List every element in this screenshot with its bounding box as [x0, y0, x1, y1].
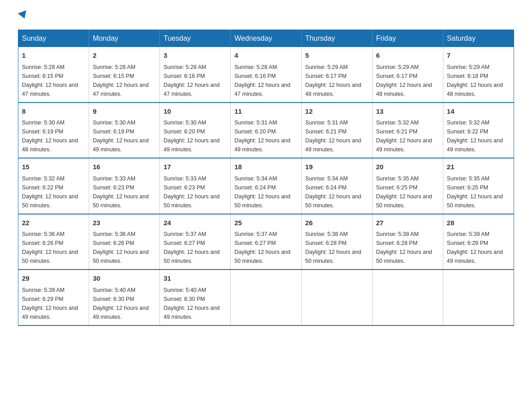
day-info: Sunrise: 5:35 AMSunset: 6:25 PMDaylight:… [376, 176, 432, 209]
day-number: 29 [22, 274, 85, 284]
weekday-friday: Friday [372, 30, 443, 47]
calendar-cell: 22 Sunrise: 5:36 AMSunset: 6:26 PMDaylig… [18, 214, 89, 270]
day-info: Sunrise: 5:31 AMSunset: 6:20 PMDaylight:… [234, 120, 290, 153]
day-info: Sunrise: 5:38 AMSunset: 6:28 PMDaylight:… [305, 231, 361, 264]
day-number: 27 [376, 218, 439, 228]
calendar-cell: 31 Sunrise: 5:40 AMSunset: 6:30 PMDaylig… [160, 270, 231, 325]
day-number: 15 [22, 162, 85, 172]
logo-triangle-icon [18, 10, 29, 20]
calendar-cell [372, 270, 443, 325]
day-number: 30 [93, 274, 156, 284]
day-number: 18 [234, 162, 297, 172]
day-info: Sunrise: 5:31 AMSunset: 6:21 PMDaylight:… [305, 120, 361, 153]
day-info: Sunrise: 5:28 AMSunset: 6:15 PMDaylight:… [93, 64, 149, 97]
day-number: 16 [93, 162, 156, 172]
day-info: Sunrise: 5:36 AMSunset: 6:26 PMDaylight:… [22, 231, 78, 264]
day-number: 7 [447, 51, 510, 61]
calendar-cell: 28 Sunrise: 5:39 AMSunset: 6:29 PMDaylig… [443, 214, 514, 270]
day-info: Sunrise: 5:28 AMSunset: 6:15 PMDaylight:… [22, 64, 78, 97]
calendar-cell: 15 Sunrise: 5:32 AMSunset: 6:22 PMDaylig… [18, 158, 89, 214]
day-info: Sunrise: 5:40 AMSunset: 6:30 PMDaylight:… [163, 287, 219, 320]
day-info: Sunrise: 5:39 AMSunset: 6:29 PMDaylight:… [22, 287, 78, 320]
calendar-cell: 25 Sunrise: 5:37 AMSunset: 6:27 PMDaylig… [231, 214, 301, 270]
day-number: 1 [22, 51, 85, 61]
day-info: Sunrise: 5:32 AMSunset: 6:22 PMDaylight:… [447, 120, 503, 153]
calendar-cell: 2 Sunrise: 5:28 AMSunset: 6:15 PMDayligh… [89, 47, 160, 103]
calendar-cell: 27 Sunrise: 5:38 AMSunset: 6:28 PMDaylig… [372, 214, 443, 270]
day-number: 24 [163, 218, 227, 228]
calendar-cell [443, 270, 514, 325]
day-number: 12 [305, 107, 369, 117]
calendar-body: 1 Sunrise: 5:28 AMSunset: 6:15 PMDayligh… [18, 47, 514, 325]
day-info: Sunrise: 5:36 AMSunset: 6:26 PMDaylight:… [93, 231, 149, 264]
calendar-cell: 4 Sunrise: 5:28 AMSunset: 6:16 PMDayligh… [231, 47, 301, 103]
day-info: Sunrise: 5:33 AMSunset: 6:23 PMDaylight:… [93, 176, 149, 209]
day-info: Sunrise: 5:32 AMSunset: 6:22 PMDaylight:… [22, 176, 78, 209]
day-number: 5 [305, 51, 369, 61]
day-number: 31 [163, 274, 227, 284]
calendar-cell: 13 Sunrise: 5:32 AMSunset: 6:21 PMDaylig… [372, 103, 443, 158]
day-info: Sunrise: 5:40 AMSunset: 6:30 PMDaylight:… [93, 287, 149, 320]
page-header [18, 13, 514, 21]
day-number: 23 [93, 218, 156, 228]
calendar-cell: 11 Sunrise: 5:31 AMSunset: 6:20 PMDaylig… [231, 103, 301, 158]
day-number: 28 [447, 218, 510, 228]
day-info: Sunrise: 5:30 AMSunset: 6:19 PMDaylight:… [93, 120, 149, 153]
day-info: Sunrise: 5:33 AMSunset: 6:23 PMDaylight:… [163, 176, 219, 209]
calendar-cell: 20 Sunrise: 5:35 AMSunset: 6:25 PMDaylig… [372, 158, 443, 214]
day-info: Sunrise: 5:29 AMSunset: 6:18 PMDaylight:… [447, 64, 503, 97]
day-number: 17 [163, 162, 227, 172]
day-number: 20 [376, 162, 439, 172]
day-info: Sunrise: 5:35 AMSunset: 6:25 PMDaylight:… [447, 176, 503, 209]
calendar-cell: 9 Sunrise: 5:30 AMSunset: 6:19 PMDayligh… [89, 103, 160, 158]
day-number: 19 [305, 162, 369, 172]
calendar-cell: 6 Sunrise: 5:29 AMSunset: 6:17 PMDayligh… [372, 47, 443, 103]
day-number: 13 [376, 107, 439, 117]
week-row-1: 1 Sunrise: 5:28 AMSunset: 6:15 PMDayligh… [18, 47, 514, 103]
weekday-sunday: Sunday [18, 30, 89, 47]
calendar-cell: 7 Sunrise: 5:29 AMSunset: 6:18 PMDayligh… [443, 47, 514, 103]
weekday-saturday: Saturday [443, 30, 514, 47]
day-info: Sunrise: 5:30 AMSunset: 6:20 PMDaylight:… [163, 120, 219, 153]
calendar-cell [301, 270, 372, 325]
calendar-cell: 18 Sunrise: 5:34 AMSunset: 6:24 PMDaylig… [231, 158, 301, 214]
weekday-tuesday: Tuesday [160, 30, 231, 47]
day-number: 10 [163, 107, 227, 117]
logo [18, 13, 28, 21]
calendar-table: SundayMondayTuesdayWednesdayThursdayFrid… [18, 30, 514, 326]
week-row-2: 8 Sunrise: 5:30 AMSunset: 6:19 PMDayligh… [18, 103, 514, 158]
day-number: 2 [93, 51, 156, 61]
day-number: 11 [234, 107, 297, 117]
day-number: 6 [376, 51, 439, 61]
day-number: 14 [447, 107, 510, 117]
day-info: Sunrise: 5:29 AMSunset: 6:17 PMDaylight:… [376, 64, 432, 97]
day-number: 21 [447, 162, 510, 172]
weekday-wednesday: Wednesday [231, 30, 301, 47]
calendar-cell: 29 Sunrise: 5:39 AMSunset: 6:29 PMDaylig… [18, 270, 89, 325]
calendar-cell: 19 Sunrise: 5:34 AMSunset: 6:24 PMDaylig… [301, 158, 372, 214]
day-info: Sunrise: 5:30 AMSunset: 6:19 PMDaylight:… [22, 120, 78, 153]
calendar-cell: 14 Sunrise: 5:32 AMSunset: 6:22 PMDaylig… [443, 103, 514, 158]
calendar-cell: 3 Sunrise: 5:28 AMSunset: 6:16 PMDayligh… [160, 47, 231, 103]
calendar-cell [231, 270, 301, 325]
day-info: Sunrise: 5:28 AMSunset: 6:16 PMDaylight:… [234, 64, 290, 97]
day-number: 3 [163, 51, 227, 61]
day-info: Sunrise: 5:38 AMSunset: 6:28 PMDaylight:… [376, 231, 432, 264]
calendar-cell: 23 Sunrise: 5:36 AMSunset: 6:26 PMDaylig… [89, 214, 160, 270]
calendar-cell: 17 Sunrise: 5:33 AMSunset: 6:23 PMDaylig… [160, 158, 231, 214]
day-info: Sunrise: 5:37 AMSunset: 6:27 PMDaylight:… [234, 231, 290, 264]
weekday-header-row: SundayMondayTuesdayWednesdayThursdayFrid… [18, 30, 514, 47]
calendar-cell: 24 Sunrise: 5:37 AMSunset: 6:27 PMDaylig… [160, 214, 231, 270]
calendar-header: SundayMondayTuesdayWednesdayThursdayFrid… [18, 30, 514, 47]
calendar-cell: 10 Sunrise: 5:30 AMSunset: 6:20 PMDaylig… [160, 103, 231, 158]
day-number: 25 [234, 218, 297, 228]
day-info: Sunrise: 5:34 AMSunset: 6:24 PMDaylight:… [234, 176, 290, 209]
day-info: Sunrise: 5:29 AMSunset: 6:17 PMDaylight:… [305, 64, 361, 97]
week-row-4: 22 Sunrise: 5:36 AMSunset: 6:26 PMDaylig… [18, 214, 514, 270]
week-row-5: 29 Sunrise: 5:39 AMSunset: 6:29 PMDaylig… [18, 270, 514, 325]
day-info: Sunrise: 5:37 AMSunset: 6:27 PMDaylight:… [163, 231, 219, 264]
day-info: Sunrise: 5:32 AMSunset: 6:21 PMDaylight:… [376, 120, 432, 153]
week-row-3: 15 Sunrise: 5:32 AMSunset: 6:22 PMDaylig… [18, 158, 514, 214]
calendar-cell: 21 Sunrise: 5:35 AMSunset: 6:25 PMDaylig… [443, 158, 514, 214]
day-number: 9 [93, 107, 156, 117]
